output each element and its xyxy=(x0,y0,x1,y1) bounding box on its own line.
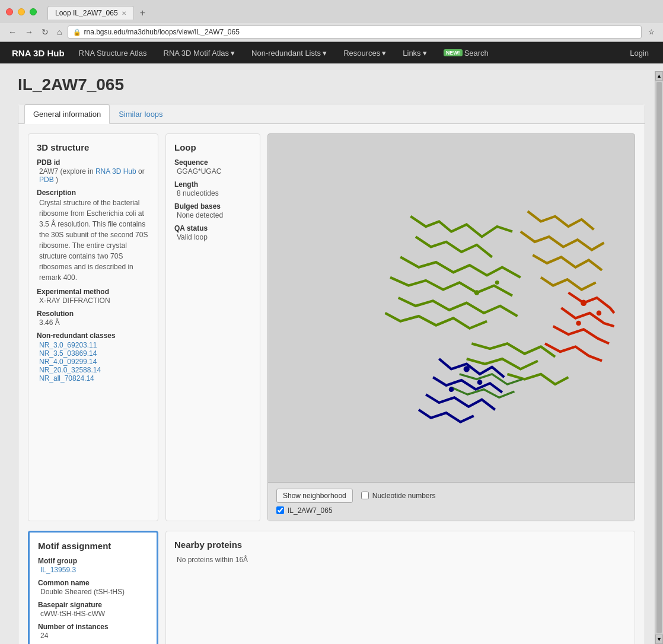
browser-tab[interactable]: Loop IL_2AW7_065 ✕ xyxy=(47,6,134,20)
nav-rna-structure-atlas[interactable]: RNA Structure Atlas xyxy=(76,44,149,62)
nav-search[interactable]: NEW! Search xyxy=(441,44,491,62)
browser-chrome: Loop IL_2AW7_065 ✕ + ← → ↻ ⌂ 🔒 rna.bgsu.… xyxy=(0,0,663,42)
scroll-thumb xyxy=(656,82,662,633)
loop-panel-title: Loop xyxy=(174,142,251,152)
show-neighborhood-button[interactable]: Show neighborhood xyxy=(276,489,353,503)
exp-method-value: X-RAY DIFFRACTION xyxy=(37,297,149,305)
main-card: General information Similar loops 3D str… xyxy=(18,104,645,644)
nr-classes-list: NR_3.0_69203.11 NR_3.5_03869.14 NR_4.0_0… xyxy=(37,341,149,382)
svg-point-5 xyxy=(477,380,483,385)
motif-group-link[interactable]: IL_13959.3 xyxy=(40,566,76,574)
dropdown-icon: ▾ xyxy=(382,49,386,58)
resolution-label: Resolution xyxy=(37,310,149,318)
common-name-value: Double Sheared (tSH-tHS) xyxy=(38,588,148,596)
tab-bar: Loop IL_2AW7_065 ✕ + xyxy=(42,4,155,20)
nav-resources[interactable]: Resources ▾ xyxy=(341,44,388,62)
scrollbar: ▲ ▼ xyxy=(655,71,663,644)
sequence-label: Sequence xyxy=(174,158,251,167)
nearby-panel-title: Nearby proteins xyxy=(174,540,626,550)
motif-group-label: Motif group xyxy=(38,557,148,565)
forward-button[interactable]: → xyxy=(23,26,36,38)
rna3dhub-link[interactable]: RNA 3D Hub xyxy=(95,167,136,176)
exp-method-label: Experimental method xyxy=(37,288,149,296)
address-icons: ☆ xyxy=(645,26,657,38)
structure-panel: 3D structure PDB id 2AW7 (explore in RNA… xyxy=(28,133,158,521)
tabs-header: General information Similar loops xyxy=(18,104,645,124)
nav-links[interactable]: Links ▾ xyxy=(400,44,429,62)
basepair-label: Basepair signature xyxy=(38,601,148,609)
maximize-btn[interactable] xyxy=(30,8,37,15)
refresh-button[interactable]: ↻ xyxy=(39,26,51,38)
nr-classes-label: Non-redundant classes xyxy=(37,331,149,340)
loop-label: IL_2AW7_065 xyxy=(288,506,333,515)
new-tab-button[interactable]: + xyxy=(136,7,149,20)
nr-class-link-0[interactable]: NR_3.0_69203.11 xyxy=(39,341,149,349)
svg-point-6 xyxy=(449,387,454,392)
address-bar: ← → ↻ ⌂ 🔒 rna.bgsu.edu/rna3dhub/loops/vi… xyxy=(0,23,663,42)
app-navigation: RNA 3D Hub RNA Structure Atlas RNA 3D Mo… xyxy=(0,42,663,63)
back-button[interactable]: ← xyxy=(6,26,19,38)
new-badge: NEW! xyxy=(444,49,463,56)
nav-rna-3d-motif-atlas[interactable]: RNA 3D Motif Atlas ▾ xyxy=(161,44,238,62)
pdb-id-value: 2AW7 (explore in RNA 3D Hub or PDB ) xyxy=(37,167,149,184)
nr-class-link-2[interactable]: NR_4.0_09299.14 xyxy=(39,358,149,366)
star-icon[interactable]: ☆ xyxy=(645,26,657,38)
resolution-value: 3.46 Å xyxy=(37,318,149,327)
page-content: IL_2AW7_065 General information Similar … xyxy=(0,63,663,644)
length-label: Length xyxy=(174,180,251,189)
viewer-panel: Show neighborhood Nucleotide numbers IL_… xyxy=(267,133,635,521)
motif-group-value: IL_13959.3 xyxy=(38,566,148,574)
rna-structure-svg xyxy=(268,134,635,482)
nr-class-link-4[interactable]: NR_all_70824.14 xyxy=(39,374,149,382)
scroll-up-button[interactable]: ▲ xyxy=(655,71,663,81)
titlebar: Loop IL_2AW7_065 ✕ + xyxy=(0,0,663,23)
svg-point-7 xyxy=(474,290,480,295)
nearby-description: No proteins within 16Å xyxy=(174,556,626,564)
pdb-link[interactable]: PDB xyxy=(39,176,54,184)
description-value: Crystal structure of the bacterial ribos… xyxy=(37,197,149,283)
dropdown-icon: ▾ xyxy=(323,49,327,58)
url-text: rna.bgsu.edu/rna3dhub/loops/view/IL_2AW7… xyxy=(84,28,239,36)
tab-close-icon[interactable]: ✕ xyxy=(122,10,126,17)
lock-icon: 🔒 xyxy=(73,28,81,36)
tab-title: Loop IL_2AW7_065 xyxy=(55,9,118,17)
nucleotide-numbers-checkbox-row: Nucleotide numbers xyxy=(361,492,436,500)
close-btn[interactable] xyxy=(6,8,13,15)
nav-non-redundant-lists[interactable]: Non-redundant Lists ▾ xyxy=(249,44,329,62)
svg-point-8 xyxy=(495,280,499,285)
num-instances-label: Number of instances xyxy=(38,623,148,631)
length-value: 8 nucleotides xyxy=(174,189,251,197)
main-content-row: 3D structure PDB id 2AW7 (explore in RNA… xyxy=(18,124,645,531)
nav-login[interactable]: Login xyxy=(627,44,651,62)
scroll-down-button[interactable]: ▼ xyxy=(655,635,663,644)
num-instances-value: 24 xyxy=(38,632,148,640)
home-button[interactable]: ⌂ xyxy=(55,26,64,38)
loop-panel: Loop Sequence GGAG*UGAC Length 8 nucleot… xyxy=(165,133,260,521)
nearby-panel: Nearby proteins No proteins within 16Å xyxy=(165,531,635,644)
minimize-btn[interactable] xyxy=(18,8,25,15)
motif-panel: Motif assignment Motif group IL_13959.3 … xyxy=(28,531,158,644)
app-logo[interactable]: RNA 3D Hub xyxy=(12,48,65,58)
svg-point-4 xyxy=(464,366,470,372)
svg-point-1 xyxy=(581,300,586,306)
nucleotide-numbers-label: Nucleotide numbers xyxy=(372,492,436,500)
basepair-value: cWW-tSH-tHS-cWW xyxy=(38,610,148,618)
viewer-controls-row: Show neighborhood Nucleotide numbers xyxy=(276,489,626,503)
loop-checkbox-row: IL_2AW7_065 xyxy=(276,506,626,515)
dropdown-icon: ▾ xyxy=(231,49,235,58)
nucleotide-numbers-checkbox[interactable] xyxy=(361,492,369,499)
sequence-value: GGAG*UGAC xyxy=(174,167,251,176)
url-input[interactable]: 🔒 rna.bgsu.edu/rna3dhub/loops/view/IL_2A… xyxy=(68,25,642,39)
loop-visibility-checkbox[interactable] xyxy=(276,506,284,514)
viewer-controls: Show neighborhood Nucleotide numbers IL_… xyxy=(268,482,635,521)
common-name-label: Common name xyxy=(38,579,148,587)
tab-general-information[interactable]: General information xyxy=(24,104,110,124)
page-title: IL_2AW7_065 xyxy=(18,75,645,94)
bulged-label: Bulged bases xyxy=(174,202,251,211)
pdb-id-text: 2AW7 xyxy=(39,167,58,176)
tab-similar-loops[interactable]: Similar loops xyxy=(110,104,171,124)
nr-class-link-1[interactable]: NR_3.5_03869.14 xyxy=(39,349,149,358)
viewer-canvas[interactable] xyxy=(268,134,635,482)
nr-class-link-3[interactable]: NR_20.0_32588.14 xyxy=(39,366,149,374)
qa-value: Valid loop xyxy=(174,233,251,241)
